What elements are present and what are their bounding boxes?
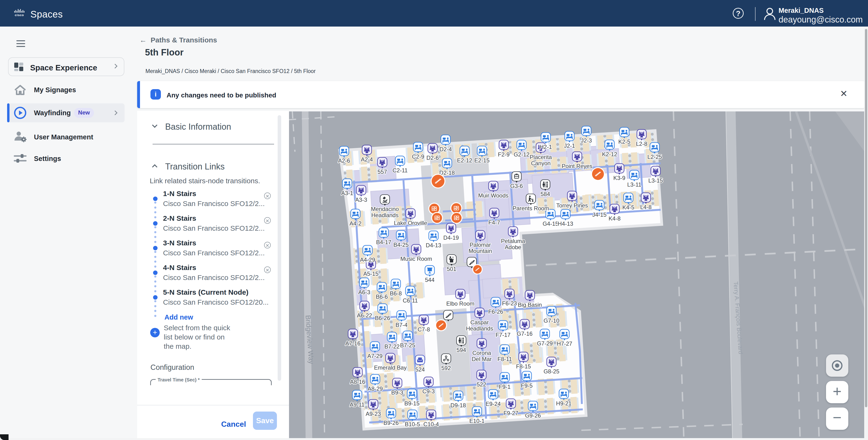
svg-text:D9-18: D9-18 — [451, 402, 466, 408]
svg-text:E2-12: E2-12 — [457, 157, 472, 164]
svg-text:522: 522 — [477, 381, 486, 387]
svg-text:F9-1: F9-1 — [499, 383, 510, 390]
svg-text:H7-27: H7-27 — [557, 340, 572, 347]
svg-text:A3-3: A3-3 — [355, 197, 367, 203]
svg-text:C6-11: C6-11 — [403, 297, 418, 304]
svg-text:L4-8: L4-8 — [640, 204, 652, 210]
svg-text:A6-22: A6-22 — [357, 312, 372, 318]
svg-text:557: 557 — [377, 169, 387, 175]
svg-text:L2-25: L2-25 — [647, 154, 662, 160]
svg-text:Headlands: Headlands — [466, 325, 493, 332]
svg-text:F4-7: F4-7 — [488, 219, 500, 226]
svg-text:C10-4: C10-4 — [423, 421, 439, 428]
svg-text:Big Basin: Big Basin — [518, 302, 542, 308]
svg-text:B9-3: B9-3 — [391, 389, 403, 396]
svg-text:G7-29: G7-29 — [537, 340, 553, 347]
svg-text:584: 584 — [540, 191, 550, 197]
svg-text:F7-17: F7-17 — [496, 332, 510, 338]
svg-text:F6-26: F6-26 — [488, 308, 503, 315]
svg-text:F8-15: F8-15 — [516, 363, 531, 370]
svg-text:K3-9: K3-9 — [613, 175, 625, 181]
svg-text:B9-26: B9-26 — [383, 419, 399, 426]
svg-text:Adobe: Adobe — [505, 244, 521, 250]
svg-text:Mountain: Mountain — [469, 248, 492, 254]
svg-text:D4-13: D4-13 — [426, 242, 441, 248]
svg-text:G7-10: G7-10 — [544, 317, 560, 324]
svg-text:Caspar: Caspar — [470, 319, 489, 326]
svg-text:A6-3: A6-3 — [358, 289, 370, 295]
svg-text:A7-29: A7-29 — [367, 353, 382, 359]
svg-text:J2-1: J2-1 — [564, 142, 575, 149]
svg-text:D2-4: D2-4 — [439, 146, 452, 153]
svg-text:K4-8: K4-8 — [609, 215, 621, 222]
svg-text:G8-25: G8-25 — [544, 368, 560, 375]
svg-text:K2-5: K2-5 — [618, 138, 630, 145]
svg-text:C2-11: C2-11 — [393, 167, 408, 173]
svg-text:Parents Room: Parents Room — [513, 205, 549, 211]
svg-text:Elbo Room: Elbo Room — [446, 300, 474, 307]
svg-text:D2-6: D2-6 — [426, 155, 439, 161]
svg-text:H9-21: H9-21 — [556, 400, 571, 407]
svg-text:L2-8: L2-8 — [636, 141, 647, 147]
svg-text:A4-29: A4-29 — [360, 257, 375, 263]
svg-text:501: 501 — [447, 266, 456, 272]
svg-text:Corona: Corona — [472, 350, 491, 356]
svg-text:Muir Woods: Muir Woods — [478, 192, 508, 199]
svg-text:G4-15: G4-15 — [543, 221, 559, 227]
svg-text:544: 544 — [425, 277, 434, 283]
svg-text:K2-12: K2-12 — [602, 151, 617, 158]
svg-text:B6-26: B6-26 — [375, 315, 390, 321]
svg-text:G2-12: G2-12 — [514, 151, 530, 158]
svg-text:L3-11: L3-11 — [627, 181, 641, 188]
svg-text:B4-25: B4-25 — [394, 242, 409, 248]
svg-text:Palomar: Palomar — [470, 242, 491, 248]
svg-text:F8-11: F8-11 — [498, 356, 512, 362]
svg-text:Point Reyes: Point Reyes — [562, 163, 592, 169]
svg-text:B7-22: B7-22 — [384, 343, 400, 350]
svg-text:F2-9: F2-9 — [498, 151, 509, 158]
svg-text:Canyon: Canyon — [531, 160, 551, 166]
svg-text:Headlands: Headlands — [371, 212, 399, 218]
svg-text:cisco: cisco — [15, 13, 24, 17]
svg-text:Emerald Bay: Emerald Bay — [374, 364, 406, 371]
svg-text:524: 524 — [415, 366, 425, 373]
svg-text:592: 592 — [441, 365, 451, 371]
svg-text:B7-25: B7-25 — [400, 342, 415, 348]
svg-text:J2-3: J2-3 — [581, 137, 592, 144]
svg-text:C7-8: C7-8 — [417, 326, 430, 333]
svg-text:Mendacino: Mendacino — [371, 206, 399, 212]
svg-text:H2-1: H2-1 — [539, 144, 552, 150]
svg-text:F6-23: F6-23 — [502, 300, 517, 307]
svg-text:E9-24: E9-24 — [486, 401, 501, 407]
svg-text:Del Mar: Del Mar — [472, 356, 492, 362]
svg-text:A5-15: A5-15 — [363, 270, 378, 277]
svg-text:Placerita: Placerita — [530, 154, 552, 160]
svg-text:A2-4: A2-4 — [361, 156, 373, 163]
svg-text:E2-15: E2-15 — [474, 157, 490, 164]
svg-text:A8-29: A8-29 — [368, 385, 383, 392]
svg-text:A9-11: A9-11 — [350, 401, 365, 408]
svg-text:F9-27: F9-27 — [503, 410, 519, 416]
svg-text:Torrey Pines: Torrey Pines — [556, 202, 588, 209]
svg-text:Lake Oroville: Lake Oroville — [394, 220, 427, 226]
svg-text:B7-4: B7-4 — [396, 322, 408, 328]
svg-text:A7-16: A7-16 — [345, 340, 361, 347]
svg-text:J4-15: J4-15 — [592, 211, 607, 218]
svg-text:B6-6: B6-6 — [376, 294, 388, 300]
svg-text:A3-1: A3-1 — [341, 190, 353, 196]
svg-text:C9-3: C9-3 — [422, 388, 435, 395]
svg-text:A2-6: A2-6 — [338, 158, 350, 164]
svg-text:D4-19: D4-19 — [443, 234, 459, 241]
svg-text:Music Room: Music Room — [400, 256, 432, 262]
svg-text:E10-1: E10-1 — [469, 418, 485, 424]
svg-text:B10-5: B10-5 — [405, 421, 420, 428]
svg-text:K4-5: K4-5 — [622, 204, 634, 210]
svg-text:G7-16: G7-16 — [517, 331, 533, 337]
svg-text:F9-5: F9-5 — [521, 382, 532, 389]
svg-text:B6-8: B6-8 — [390, 290, 402, 297]
svg-text:C2-9: C2-9 — [412, 154, 424, 160]
svg-text:L3-15: L3-15 — [648, 177, 663, 184]
svg-text:A8-16: A8-16 — [350, 379, 365, 385]
svg-text:A9-23: A9-23 — [366, 411, 381, 417]
svg-text:G9-26: G9-26 — [525, 412, 541, 419]
